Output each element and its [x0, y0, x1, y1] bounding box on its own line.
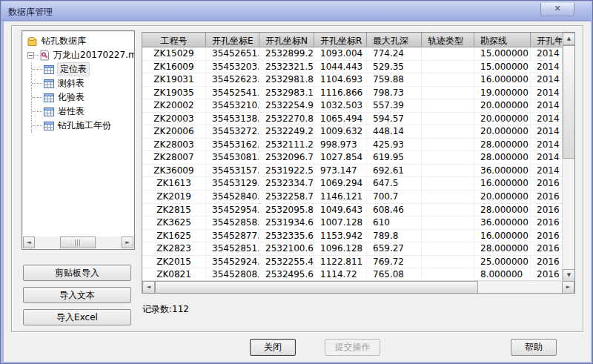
table-cell: 35453157.127	[206, 165, 259, 177]
table-cell: 35453081.085	[206, 151, 259, 164]
table-cell	[422, 230, 474, 242]
table-cell: 35452954.853	[206, 204, 259, 216]
table-row[interactable]: ZK2000635453272.7032532249.2741009.63244…	[142, 125, 574, 139]
table-cell	[422, 113, 474, 125]
clipboard-import-button[interactable]: 剪贴板导入	[23, 265, 131, 281]
tree-node-root-label: 钻孔数据库	[42, 35, 86, 47]
table-row[interactable]: ZK2800735453081.0852532096.7431027.85461…	[142, 151, 574, 165]
scroll-left-icon[interactable]: ◄	[142, 281, 155, 294]
table-cell: 2016	[531, 256, 563, 268]
table-cell	[422, 139, 474, 151]
table-cell: 2016	[531, 191, 563, 203]
table-row[interactable]: ZK201935452840.0762532258.7031146.121700…	[142, 191, 574, 204]
table-cell	[422, 61, 474, 73]
tree-horizontal-scrollbar[interactable]: ◄ ►	[23, 236, 133, 248]
table-cell: ZK15029	[142, 47, 206, 60]
import-excel-button[interactable]: 导入Excel	[23, 309, 131, 325]
table-row[interactable]: ZK2800335453162.0252532111.275998.973425…	[142, 139, 574, 152]
table-row[interactable]: ZK282335452851.1972532100.6641096.128659…	[142, 242, 574, 256]
table-row[interactable]: ZK161335453129.3722532334.7271069.294647…	[142, 177, 574, 191]
scroll-right-icon[interactable]: ►	[122, 236, 133, 248]
table-row[interactable]: ZK201535452924.0692532255.4661122.811769…	[142, 256, 574, 269]
tree-node-table[interactable]: 定位表	[22, 62, 134, 76]
table-cell: 1122.811	[314, 256, 367, 268]
tree-node-table-label: 钻孔施工年份	[58, 119, 111, 132]
table-cell	[422, 87, 474, 99]
table-cell: 2532270.898	[259, 113, 314, 125]
table-row[interactable]: ZK281535452954.8532532095.8041049.643608…	[142, 204, 574, 217]
column-header[interactable]: 最大孔深	[367, 33, 422, 47]
table-row[interactable]: ZK2000235453210.7152532254.9491032.50355…	[142, 99, 574, 113]
table-cell: 973.147	[314, 165, 367, 177]
table-row[interactable]: ZK3600935453157.1272531922.576973.147692…	[142, 165, 574, 178]
borehole-grid[interactable]: 工程号开孔坐标E开孔坐标N开孔坐标R最大孔深轨迹类型勘探线开孔年份 ZK1502…	[142, 32, 575, 294]
tree-node-table[interactable]: 岩性表	[22, 105, 134, 119]
table-row[interactable]: ZK1903535452541.4422532983.1871116.86679…	[142, 87, 574, 100]
table-row[interactable]: ZK162535452877.1132532335.6421153.942789…	[142, 230, 574, 243]
table-cell: 1096.128	[314, 242, 367, 255]
collapse-expander-icon[interactable]	[27, 52, 34, 59]
column-header[interactable]: 勘探线	[474, 33, 531, 47]
title-bar[interactable]: 数据库管理 ✕	[1, 1, 592, 21]
tree-node-table-label: 测斜表	[58, 77, 85, 90]
scroll-right-icon[interactable]: ►	[562, 281, 574, 294]
table-cell: 20.000000	[474, 125, 531, 138]
tree-connector	[31, 119, 44, 133]
table-cell: 2016	[531, 268, 563, 281]
table-cell: 789.8	[367, 230, 422, 242]
tree-node-table[interactable]: 化验表	[22, 90, 134, 105]
column-header[interactable]: 轨迹类型	[422, 33, 474, 47]
table-cell: 2014	[531, 61, 563, 73]
tree-node-table[interactable]: 钻孔施工年份	[22, 119, 134, 133]
column-header[interactable]: 开孔年份	[531, 33, 563, 47]
table-cell: 2532111.275	[259, 139, 314, 151]
table-cell: 2016	[531, 216, 563, 229]
table-cell: 529.35	[367, 61, 422, 73]
close-button[interactable]: 关闭	[250, 339, 296, 356]
tree-node-root[interactable]: 钻孔数据库	[22, 34, 134, 48]
column-header[interactable]: 开孔坐标E	[206, 33, 259, 47]
table-cell: 2532255.466	[259, 256, 314, 268]
table-cell: 765.08	[367, 268, 422, 281]
table-cell: 2014	[531, 73, 563, 86]
help-button[interactable]: 帮助	[511, 339, 557, 356]
table-cell: 610	[367, 216, 422, 229]
scroll-up-icon[interactable]: ▲	[563, 33, 575, 45]
mdb-file-icon	[39, 50, 50, 61]
grid-body: ZK1502935452651.9312532899.2661093.00477…	[142, 47, 574, 282]
table-cell: 1104.693	[314, 73, 367, 86]
table-row[interactable]: ZK1502935452651.9312532899.2661093.00477…	[142, 47, 574, 61]
table-cell	[422, 177, 474, 190]
tree-node-table[interactable]: 测斜表	[22, 76, 134, 90]
table-cell: 35452877.113	[206, 230, 259, 242]
table-cell: 2531922.576	[259, 165, 314, 177]
table-row[interactable]: ZK2000335453138.8652532270.8981065.49459…	[142, 113, 574, 126]
horizontal-scrollbar-thumb[interactable]	[155, 281, 478, 294]
table-row[interactable]: ZK1600935453203.2572532321.5521044.44352…	[142, 61, 574, 74]
grid-vertical-scrollbar[interactable]: ▲ ▼	[562, 33, 574, 282]
tree-scrollbar-thumb[interactable]	[60, 236, 96, 248]
table-cell: 35453129.372	[206, 177, 259, 190]
tree-connector	[31, 105, 44, 119]
table-row[interactable]: ZK1903135452623.5472532981.8931104.69375…	[142, 73, 574, 87]
column-header[interactable]: 开孔坐标R	[314, 33, 367, 47]
table-cell: 2016	[531, 177, 563, 190]
table-row[interactable]: ZK362535452858.5932531934.6651007.128610…	[142, 216, 574, 230]
table-cell: 700.7	[367, 191, 422, 203]
column-header[interactable]: 开孔坐标N	[259, 33, 314, 47]
grid-horizontal-scrollbar[interactable]: ◄ ►	[142, 280, 574, 293]
vertical-scrollbar-thumb[interactable]	[563, 45, 575, 159]
scroll-left-icon[interactable]: ◄	[23, 236, 35, 248]
import-text-button[interactable]: 导入文本	[23, 287, 131, 303]
table-cell: 774.24	[367, 47, 422, 60]
table-cell	[422, 151, 474, 164]
database-tree[interactable]: 钻孔数据库 万龙山20170227.mdb 定位表测斜表化验表岩性表钻孔施工年份…	[21, 30, 135, 250]
tree-node-database[interactable]: 万龙山20170227.mdb	[22, 48, 134, 62]
table-cell: 2014	[531, 165, 563, 177]
close-icon[interactable]: ✕	[540, 3, 574, 16]
table-cell: 2532249.274	[259, 125, 314, 138]
table-cell: 35452651.931	[206, 47, 259, 60]
table-cell: 647.5	[367, 177, 422, 190]
column-header[interactable]: 工程号	[142, 33, 206, 47]
table-cell: 557.39	[367, 99, 422, 112]
